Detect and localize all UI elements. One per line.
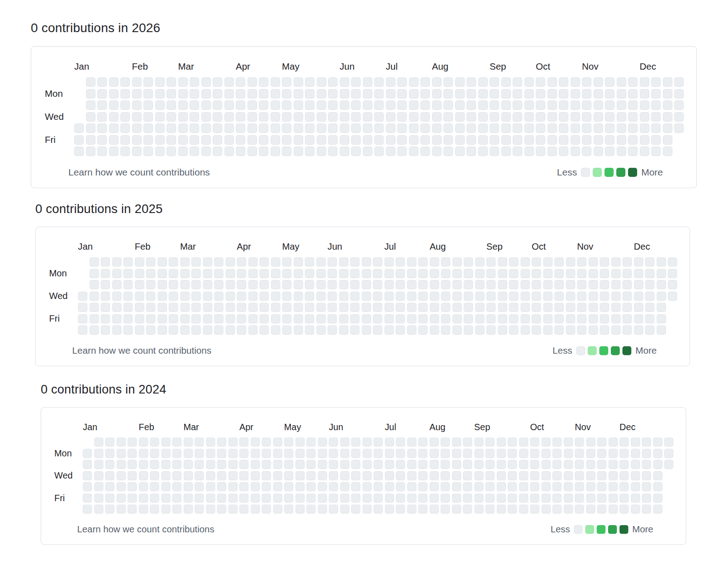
contribution-day-cell[interactable] bbox=[452, 269, 462, 278]
contribution-day-cell[interactable] bbox=[294, 257, 303, 267]
contribution-day-cell[interactable] bbox=[213, 112, 222, 122]
contribution-day-cell[interactable] bbox=[513, 123, 522, 133]
contribution-day-cell[interactable] bbox=[674, 89, 684, 99]
contribution-day-cell[interactable] bbox=[284, 437, 293, 446]
contribution-day-cell[interactable] bbox=[429, 460, 438, 469]
contribution-day-cell[interactable] bbox=[623, 314, 632, 323]
contribution-day-cell[interactable] bbox=[109, 135, 119, 145]
contribution-day-cell[interactable] bbox=[490, 147, 499, 156]
contribution-day-cell[interactable] bbox=[89, 269, 99, 278]
contribution-day-cell[interactable] bbox=[386, 100, 395, 110]
contribution-day-cell[interactable] bbox=[183, 449, 192, 458]
contribution-day-cell[interactable] bbox=[248, 314, 257, 323]
contribution-day-cell[interactable] bbox=[351, 449, 360, 458]
contribution-day-cell[interactable] bbox=[83, 493, 92, 503]
contribution-day-cell[interactable] bbox=[600, 257, 609, 267]
contribution-day-cell[interactable] bbox=[362, 257, 371, 267]
contribution-day-cell[interactable] bbox=[228, 471, 237, 480]
contribution-day-cell[interactable] bbox=[328, 303, 337, 312]
contribution-day-cell[interactable] bbox=[577, 314, 586, 323]
contribution-day-cell[interactable] bbox=[351, 135, 361, 145]
contribution-day-cell[interactable] bbox=[475, 303, 485, 312]
contribution-day-cell[interactable] bbox=[213, 123, 222, 133]
contribution-day-cell[interactable] bbox=[248, 269, 257, 278]
contribution-day-cell[interactable] bbox=[191, 291, 201, 301]
contribution-day-cell[interactable] bbox=[594, 123, 603, 133]
contribution-day-cell[interactable] bbox=[553, 471, 562, 480]
contribution-day-cell[interactable] bbox=[374, 100, 384, 110]
contribution-day-cell[interactable] bbox=[519, 460, 528, 469]
contribution-day-cell[interactable] bbox=[653, 471, 662, 480]
contribution-day-cell[interactable] bbox=[498, 269, 507, 278]
contribution-day-cell[interactable] bbox=[566, 303, 575, 312]
contribution-day-cell[interactable] bbox=[239, 460, 248, 469]
contribution-day-cell[interactable] bbox=[271, 100, 280, 110]
contribution-day-cell[interactable] bbox=[608, 504, 617, 513]
contribution-day-cell[interactable] bbox=[295, 449, 305, 458]
contribution-day-cell[interactable] bbox=[362, 449, 372, 458]
contribution-day-cell[interactable] bbox=[554, 257, 564, 267]
contribution-day-cell[interactable] bbox=[588, 291, 598, 301]
contribution-day-cell[interactable] bbox=[418, 437, 427, 446]
contribution-day-cell[interactable] bbox=[467, 112, 476, 122]
contribution-day-cell[interactable] bbox=[155, 100, 165, 110]
contribution-day-cell[interactable] bbox=[214, 314, 224, 323]
contribution-day-cell[interactable] bbox=[350, 280, 360, 289]
contribution-day-cell[interactable] bbox=[651, 77, 661, 87]
contribution-day-cell[interactable] bbox=[120, 89, 130, 99]
contribution-day-cell[interactable] bbox=[167, 89, 176, 99]
contribution-day-cell[interactable] bbox=[201, 135, 211, 145]
contribution-day-cell[interactable] bbox=[432, 135, 442, 145]
contribution-day-cell[interactable] bbox=[564, 504, 573, 513]
contribution-day-cell[interactable] bbox=[418, 314, 428, 323]
contribution-day-cell[interactable] bbox=[328, 280, 337, 289]
contribution-day-cell[interactable] bbox=[329, 493, 338, 503]
contribution-day-cell[interactable] bbox=[418, 303, 428, 312]
contribution-day-cell[interactable] bbox=[101, 303, 110, 312]
contribution-day-cell[interactable] bbox=[120, 77, 130, 87]
contribution-day-cell[interactable] bbox=[418, 280, 428, 289]
contribution-day-cell[interactable] bbox=[663, 112, 672, 122]
contribution-day-cell[interactable] bbox=[295, 437, 305, 446]
contribution-day-cell[interactable] bbox=[608, 437, 617, 446]
contribution-day-cell[interactable] bbox=[206, 460, 215, 469]
contribution-day-cell[interactable] bbox=[128, 449, 137, 458]
contribution-day-cell[interactable] bbox=[150, 437, 159, 446]
contribution-day-cell[interactable] bbox=[513, 77, 522, 87]
contribution-day-cell[interactable] bbox=[259, 303, 269, 312]
contribution-day-cell[interactable] bbox=[214, 257, 224, 267]
contribution-day-cell[interactable] bbox=[167, 112, 176, 122]
contribution-day-cell[interactable] bbox=[597, 504, 606, 513]
contribution-day-cell[interactable] bbox=[350, 303, 360, 312]
contribution-day-cell[interactable] bbox=[305, 269, 314, 278]
contribution-day-cell[interactable] bbox=[217, 471, 226, 480]
contribution-day-cell[interactable] bbox=[407, 504, 416, 513]
contribution-day-cell[interactable] bbox=[520, 303, 530, 312]
contribution-day-cell[interactable] bbox=[663, 100, 672, 110]
contribution-day-cell[interactable] bbox=[83, 460, 92, 469]
contribution-day-cell[interactable] bbox=[619, 504, 629, 513]
contribution-day-cell[interactable] bbox=[463, 471, 472, 480]
contribution-day-cell[interactable] bbox=[640, 123, 649, 133]
contribution-day-cell[interactable] bbox=[201, 100, 211, 110]
contribution-day-cell[interactable] bbox=[559, 112, 568, 122]
contribution-day-cell[interactable] bbox=[566, 257, 575, 267]
contribution-day-cell[interactable] bbox=[195, 449, 204, 458]
contribution-day-cell[interactable] bbox=[74, 147, 84, 156]
contribution-day-cell[interactable] bbox=[329, 437, 338, 446]
contribution-day-cell[interactable] bbox=[385, 493, 394, 503]
contribution-day-cell[interactable] bbox=[237, 303, 246, 312]
contribution-day-cell[interactable] bbox=[640, 135, 649, 145]
contribution-day-cell[interactable] bbox=[409, 135, 419, 145]
contribution-day-cell[interactable] bbox=[657, 303, 666, 312]
contribution-day-cell[interactable] bbox=[611, 257, 620, 267]
contribution-day-cell[interactable] bbox=[83, 482, 92, 491]
contribution-day-cell[interactable] bbox=[520, 314, 530, 323]
contribution-day-cell[interactable] bbox=[282, 280, 292, 289]
contribution-day-cell[interactable] bbox=[94, 493, 103, 503]
contribution-day-cell[interactable] bbox=[631, 437, 640, 446]
contribution-day-cell[interactable] bbox=[262, 493, 271, 503]
contribution-day-cell[interactable] bbox=[109, 100, 119, 110]
contribution-day-cell[interactable] bbox=[513, 147, 522, 156]
contribution-day-cell[interactable] bbox=[554, 325, 564, 335]
